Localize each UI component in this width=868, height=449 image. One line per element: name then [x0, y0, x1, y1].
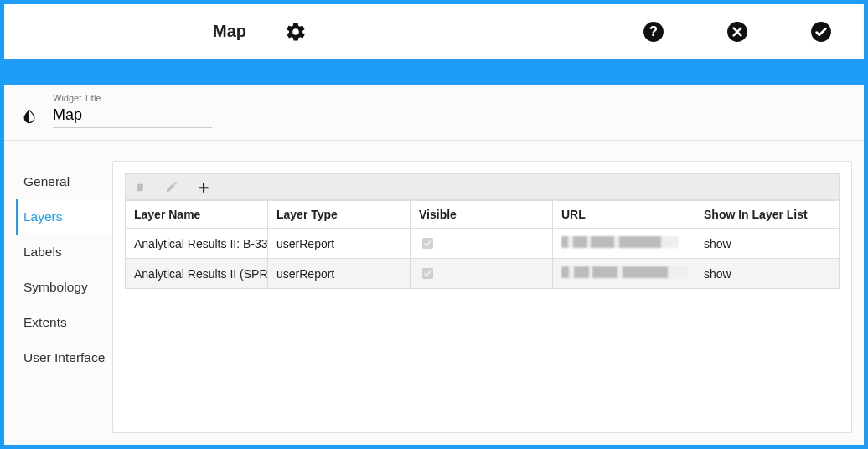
cell-show: show: [695, 259, 840, 289]
add-icon[interactable]: ＋: [196, 179, 211, 194]
help-icon[interactable]: ?: [643, 21, 664, 43]
dialog-header: Map ?: [4, 4, 864, 59]
close-icon[interactable]: [726, 21, 748, 43]
tab-symbology[interactable]: Symbology: [16, 270, 112, 305]
accent-bar: [4, 59, 864, 85]
cell-visible: [411, 259, 553, 289]
grid-toolbar: ＋: [125, 173, 840, 200]
col-header-url[interactable]: URL: [553, 201, 695, 229]
tab-layers[interactable]: Layers: [16, 199, 112, 235]
cell-show: show: [695, 229, 840, 259]
edit-icon[interactable]: [164, 179, 179, 194]
visible-checkbox[interactable]: [422, 268, 433, 279]
url-redacted: [561, 236, 679, 248]
cell-name: Analytical Results II (SPRING: [126, 259, 268, 289]
gear-icon[interactable]: [285, 21, 307, 43]
tab-panel-layers: ＋ Layer Name Layer Type Visible URL Show…: [112, 161, 852, 433]
col-header-show[interactable]: Show In Layer List: [695, 201, 840, 229]
main-area: General Layers Labels Symbology Extents …: [4, 141, 864, 445]
col-header-name[interactable]: Layer Name: [126, 201, 268, 229]
tab-labels[interactable]: Labels: [16, 235, 112, 270]
delete-icon[interactable]: [132, 179, 147, 194]
col-header-type[interactable]: Layer Type: [268, 201, 411, 229]
table-header-row: Layer Name Layer Type Visible URL Show I…: [126, 201, 840, 229]
cell-url: [553, 259, 695, 289]
cell-type: userReport: [268, 229, 411, 259]
visible-checkbox[interactable]: [422, 238, 433, 249]
cell-visible: [411, 229, 553, 259]
tab-list: General Layers Labels Symbology Extents …: [16, 161, 112, 433]
cell-url: [553, 229, 695, 259]
layers-table: Layer Name Layer Type Visible URL Show I…: [125, 200, 840, 289]
col-header-visible[interactable]: Visible: [411, 201, 553, 229]
cell-name: Analytical Results II: B-33 BE: [126, 229, 268, 259]
cell-type: userReport: [268, 259, 411, 289]
confirm-icon[interactable]: [810, 21, 832, 43]
widget-title-row: Widget Title: [4, 85, 864, 140]
contrast-icon[interactable]: [21, 108, 38, 125]
dialog-title: Map: [213, 4, 246, 59]
tab-general[interactable]: General: [16, 164, 112, 199]
url-redacted: [561, 266, 687, 278]
table-row[interactable]: Analytical Results II: B-33 BE userRepor…: [126, 229, 840, 259]
tab-user-interface[interactable]: User Interface: [16, 340, 112, 375]
dialog-frame: Map ? Widget Title: [0, 0, 868, 449]
svg-text:?: ?: [649, 23, 658, 39]
widget-title-label: Widget Title: [53, 93, 212, 103]
table-row[interactable]: Analytical Results II (SPRING userReport…: [126, 259, 840, 289]
tab-extents[interactable]: Extents: [16, 305, 112, 340]
widget-title-input[interactable]: [53, 105, 212, 128]
